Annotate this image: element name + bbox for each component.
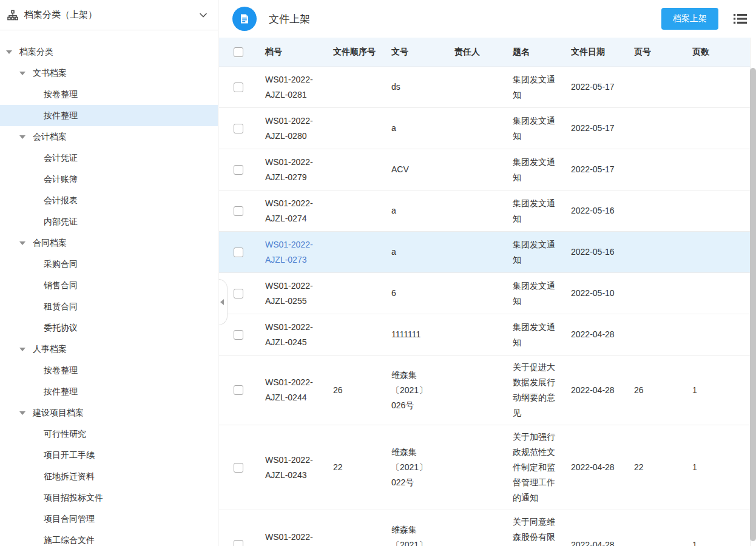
- main-panel: 文件上架 档案上架 档号 文件顺序号 文号 责任人 题名 文件日期 页号 页数 …: [219, 0, 756, 546]
- tree-item[interactable]: 内部凭证: [0, 211, 218, 232]
- pages: 1: [692, 460, 697, 475]
- doc-no: a: [391, 244, 396, 260]
- caret-down-icon: [19, 411, 25, 415]
- doc-date: 2022-05-17: [571, 79, 615, 95]
- tree-item-label: 项目招投标文件: [44, 493, 103, 504]
- doc-date-cell: 2022-04-28: [564, 510, 627, 546]
- tree-item[interactable]: 会计档案: [0, 126, 218, 147]
- row-checkbox[interactable]: [234, 540, 243, 546]
- pages-cell: 1: [685, 356, 750, 425]
- tree-item[interactable]: 施工综合文件: [0, 530, 218, 546]
- tree-item[interactable]: 会计凭证: [0, 147, 218, 169]
- row-checkbox[interactable]: [234, 83, 243, 92]
- row-checkbox[interactable]: [234, 124, 243, 133]
- tree-item[interactable]: 按件整理: [0, 381, 218, 402]
- doc-date-cell: 2022-04-28: [564, 314, 627, 355]
- tree-item-label: 按卷整理: [44, 365, 78, 376]
- tree-item[interactable]: 委托协议: [0, 317, 218, 339]
- tree-arrow: [30, 326, 44, 330]
- archive-no: WS01-2022-AJZL-0242: [265, 530, 319, 546]
- tree-item[interactable]: 文书档案: [0, 62, 218, 84]
- collapse-left-arrow-icon: [220, 299, 224, 305]
- tree-item[interactable]: 项目合同管理: [0, 508, 218, 530]
- tree-item[interactable]: 按件整理: [0, 105, 218, 126]
- category-tree: 档案分类 文书档案 按卷整理 按件整理 会计档案 会计凭证 会计账簿 会计报表 …: [0, 30, 218, 546]
- tree-item[interactable]: 可行性研究: [0, 423, 218, 445]
- table-row[interactable]: WS01-2022-AJZL-0273 a 集团发文通知 2022-05-16: [219, 232, 750, 273]
- tree-arrow: [30, 539, 44, 542]
- doc-date: 2022-05-10: [571, 286, 615, 301]
- table-row[interactable]: WS01-2022-AJZL-0242 维森集〔2021〕020号 关于同意维森…: [219, 510, 750, 546]
- responsible-cell: [447, 67, 505, 107]
- row-checkbox[interactable]: [234, 165, 243, 175]
- tree-arrow: [30, 475, 44, 479]
- row-checkbox[interactable]: [234, 248, 243, 257]
- tree-item-label: 建设项目档案: [33, 408, 84, 419]
- file-seq-no-cell: [326, 67, 384, 107]
- tree-item[interactable]: 建设项目档案: [0, 402, 218, 423]
- archive-no: WS01-2022-AJZL-0245: [265, 320, 319, 350]
- table-row[interactable]: WS01-2022-AJZL-0245 1111111 集团发文通知 2022-…: [219, 314, 750, 356]
- tree-item[interactable]: 合同档案: [0, 232, 218, 254]
- table-row[interactable]: WS01-2022-AJZL-0255 6 集团发文通知 2022-05-10: [219, 273, 750, 314]
- tree-item[interactable]: 会计报表: [0, 190, 218, 211]
- vertical-scrollbar-thumb[interactable]: [750, 68, 756, 541]
- doc-no-cell: a: [384, 108, 447, 149]
- caret-down-icon: [19, 348, 25, 351]
- doc-no-cell: 维森集〔2021〕022号: [384, 425, 447, 510]
- tree-item[interactable]: 按卷整理: [0, 360, 218, 381]
- archive-shelve-button[interactable]: 档案上架: [661, 8, 718, 30]
- page-no-cell: [627, 232, 685, 272]
- table-row[interactable]: WS01-2022-AJZL-0243 22 维森集〔2021〕022号 关于加…: [219, 425, 750, 510]
- doc-date-cell: 2022-05-16: [564, 190, 627, 231]
- column-header: 页号: [627, 38, 685, 66]
- tree-item[interactable]: 档案分类: [0, 41, 218, 62]
- list-view-icon[interactable]: [733, 12, 748, 25]
- file-seq-no-cell: [326, 314, 384, 355]
- responsible-cell: [447, 510, 505, 546]
- tree-item[interactable]: 项目开工手续: [0, 445, 218, 466]
- sidebar-title: 档案分类（上架）: [24, 9, 198, 21]
- tree-arrow: [30, 93, 44, 96]
- tree-item[interactable]: 人事档案: [0, 339, 218, 360]
- doc-title-cell: 集团发文通知: [505, 149, 564, 190]
- table-row[interactable]: WS01-2022-AJZL-0280 a 集团发文通知 2022-05-17: [219, 108, 750, 149]
- page-no-cell: [627, 510, 685, 546]
- file-seq-no-cell: [326, 510, 384, 546]
- tree-item[interactable]: 采购合同: [0, 254, 218, 275]
- row-checkbox[interactable]: [234, 463, 243, 473]
- file-seq-no-cell: [326, 108, 384, 149]
- tree-item[interactable]: 项目招投标文件: [0, 487, 218, 508]
- tree-item[interactable]: 征地拆迁资料: [0, 466, 218, 487]
- tree-arrow: [30, 390, 44, 394]
- column-header-label: 文件顺序号: [333, 47, 376, 58]
- file-seq-no-cell: 22: [326, 425, 384, 510]
- pages-cell: [685, 314, 750, 355]
- sitemap-icon: [7, 10, 18, 21]
- chevron-down-icon[interactable]: [198, 10, 208, 20]
- row-checkbox[interactable]: [234, 330, 243, 340]
- file-seq-no-cell: [326, 190, 384, 231]
- doc-title: 集团发文通知: [513, 72, 556, 103]
- column-header: 题名: [505, 38, 564, 66]
- table-row[interactable]: WS01-2022-AJZL-0279 ACV 集团发文通知 2022-05-1…: [219, 149, 750, 190]
- sidebar-collapse-handle[interactable]: [218, 279, 228, 325]
- tree-item[interactable]: 会计账簿: [0, 169, 218, 190]
- table-row[interactable]: WS01-2022-AJZL-0281 ds 集团发文通知 2022-05-17: [219, 67, 750, 108]
- archive-no-cell: WS01-2022-AJZL-0280: [258, 108, 326, 149]
- tree-item[interactable]: 销售合同: [0, 275, 218, 296]
- archive-no-cell: WS01-2022-AJZL-0273: [258, 232, 326, 272]
- table-row[interactable]: WS01-2022-AJZL-0244 26 维森集〔2021〕026号 关于促…: [219, 356, 750, 425]
- select-all-checkbox[interactable]: [234, 47, 243, 57]
- doc-title-cell: 集团发文通知: [505, 67, 564, 107]
- table-row[interactable]: WS01-2022-AJZL-0274 a 集团发文通知 2022-05-16: [219, 190, 750, 232]
- doc-no-cell: a: [384, 190, 447, 231]
- row-checkbox[interactable]: [234, 385, 243, 395]
- row-checkbox[interactable]: [234, 206, 243, 216]
- tree-item[interactable]: 租赁合同: [0, 296, 218, 317]
- row-checkbox[interactable]: [234, 289, 243, 298]
- page-no-cell: [627, 67, 685, 107]
- tree-item[interactable]: 按卷整理: [0, 84, 218, 105]
- tree-item-label: 采购合同: [44, 259, 78, 270]
- doc-no-cell: 维森集〔2021〕026号: [384, 356, 447, 425]
